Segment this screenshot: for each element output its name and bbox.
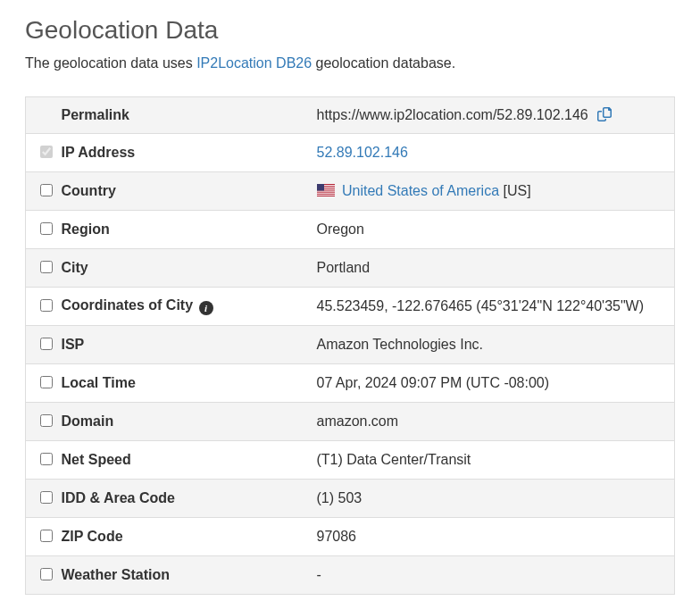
country-link[interactable]: United States of America	[342, 183, 499, 198]
ip-address-label: IP Address	[58, 134, 308, 172]
us-flag-icon	[317, 184, 335, 196]
zip-label: ZIP Code	[58, 518, 308, 556]
table-row: IP Address 52.89.102.146	[26, 134, 675, 172]
permalink-label: Permalink	[58, 97, 308, 134]
table-row: Country Unite	[26, 172, 675, 211]
city-label: City	[58, 249, 308, 288]
page-title: Geolocation Data	[25, 16, 675, 45]
copy-icon[interactable]	[597, 107, 612, 121]
table-row: Net Speed (T1) Data Center/Transit	[26, 441, 675, 480]
svg-rect-5	[317, 193, 335, 194]
description-prefix: The geolocation data uses	[25, 55, 196, 71]
table-row: Domain amazon.com	[26, 403, 675, 441]
city-checkbox[interactable]	[40, 261, 53, 273]
domain-value: amazon.com	[308, 403, 675, 441]
table-row: Coordinates of City i 45.523459, -122.67…	[26, 288, 675, 326]
net-speed-label: Net Speed	[58, 441, 308, 480]
info-icon[interactable]: i	[199, 301, 213, 315]
weather-value: -	[308, 556, 675, 595]
region-label: Region	[58, 211, 308, 249]
country-label: Country	[58, 172, 308, 211]
description-suffix: geolocation database.	[312, 55, 455, 71]
table-row: Region Oregon	[26, 211, 675, 249]
table-row: Local Time 07 Apr, 2024 09:07 PM (UTC -0…	[26, 364, 675, 403]
db-link[interactable]: IP2Location DB26	[196, 55, 312, 71]
isp-value: Amazon Technologies Inc.	[308, 326, 675, 364]
table-row: ISP Amazon Technologies Inc.	[26, 326, 675, 364]
svg-rect-6	[317, 195, 335, 196]
table-row: IDD & Area Code (1) 503	[26, 480, 675, 518]
description: The geolocation data uses IP2Location DB…	[25, 55, 675, 71]
isp-label: ISP	[58, 326, 308, 364]
local-time-label: Local Time	[58, 364, 308, 403]
zip-value: 97086	[308, 518, 675, 556]
city-value: Portland	[308, 249, 675, 288]
idd-area-value: (1) 503	[308, 480, 675, 518]
idd-area-label: IDD & Area Code	[58, 480, 308, 518]
table-row: Permalink https://www.ip2location.com/52…	[26, 97, 675, 134]
zip-checkbox[interactable]	[40, 530, 53, 542]
svg-rect-7	[317, 184, 324, 191]
ip-address-link[interactable]: 52.89.102.146	[317, 145, 408, 160]
svg-rect-4	[317, 191, 335, 192]
domain-label: Domain	[58, 403, 308, 441]
net-speed-checkbox[interactable]	[40, 453, 53, 465]
region-checkbox[interactable]	[40, 222, 53, 235]
weather-checkbox[interactable]	[40, 568, 53, 580]
table-row: ZIP Code 97086	[26, 518, 675, 556]
permalink-value: https://www.ip2location.com/52.89.102.14…	[317, 107, 588, 122]
domain-checkbox[interactable]	[40, 414, 53, 427]
country-code: [US]	[499, 183, 531, 198]
region-value: Oregon	[308, 211, 675, 249]
isp-checkbox[interactable]	[40, 338, 53, 350]
coordinates-value: 45.523459, -122.676465 (45°31'24"N 122°4…	[308, 288, 675, 326]
net-speed-value: (T1) Data Center/Transit	[308, 441, 675, 480]
idd-area-checkbox[interactable]	[40, 491, 53, 504]
ip-address-checkbox	[40, 146, 53, 158]
geolocation-table: Permalink https://www.ip2location.com/52…	[25, 96, 675, 595]
local-time-checkbox[interactable]	[40, 376, 53, 388]
country-checkbox[interactable]	[40, 184, 53, 196]
table-row: City Portland	[26, 249, 675, 288]
local-time-value: 07 Apr, 2024 09:07 PM (UTC -08:00)	[308, 364, 675, 403]
coordinates-checkbox[interactable]	[40, 299, 53, 312]
table-row: Weather Station -	[26, 556, 675, 595]
coordinates-label: Coordinates of City	[62, 297, 194, 313]
weather-label: Weather Station	[58, 556, 308, 595]
